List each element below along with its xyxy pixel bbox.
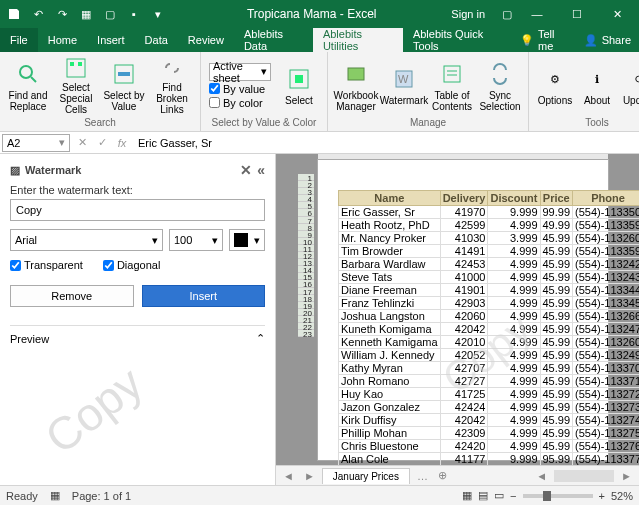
tab-nav-more[interactable]: … [414, 470, 431, 482]
chevron-down-icon: ▾ [254, 234, 260, 247]
table-row[interactable]: Franz Tehlinzki429034.99945.99(554)-1133… [339, 297, 640, 310]
cancel-formula-icon[interactable]: ✕ [72, 134, 92, 152]
table-row[interactable]: Mr. Nancy Proker410303.99945.99(554)-113… [339, 232, 640, 245]
share-icon: 👤 [584, 34, 598, 47]
options-button[interactable]: ⚙Options [535, 57, 575, 115]
view-break-icon[interactable]: ▭ [494, 489, 504, 502]
color-dropdown[interactable]: ▾ [229, 229, 265, 251]
menu-ablebits-quick[interactable]: Ablebits Quick Tools [403, 28, 512, 52]
table-row[interactable]: Alan Cole411779.99995.99(554)-113377 [339, 453, 640, 466]
table-row[interactable]: Huy Kao417254.99945.99(554)-113272 [339, 388, 640, 401]
view-layout-icon[interactable]: ▤ [478, 489, 488, 502]
col-header[interactable]: Delivery [440, 191, 488, 206]
font-dropdown[interactable]: Arial▾ [10, 229, 163, 251]
find-broken-links-button[interactable]: Find Broken Links [150, 57, 194, 115]
col-header[interactable]: Phone [573, 191, 639, 206]
status-bar: Ready ▦ Page: 1 of 1 ▦ ▤ ▭ − + 52% [0, 485, 639, 505]
preview-section-toggle[interactable]: Preview⌃ [10, 325, 265, 345]
tab-nav-prev[interactable]: ◄ [280, 470, 297, 482]
accept-formula-icon[interactable]: ✓ [92, 134, 112, 152]
about-button[interactable]: ℹAbout [579, 57, 615, 115]
sign-in-link[interactable]: Sign in [451, 8, 485, 20]
scope-dropdown[interactable]: Active sheet▾ [209, 63, 271, 81]
close-button[interactable]: ✕ [599, 0, 635, 28]
group-label-selvc: Select by Value & Color [207, 117, 321, 129]
update-button[interactable]: ⟳Update [619, 57, 639, 115]
menu-review[interactable]: Review [178, 28, 234, 52]
by-color-checkbox[interactable]: By color [209, 97, 271, 109]
table-row[interactable]: Heath Rootz, PhD425994.99949.99(554)-113… [339, 219, 640, 232]
sync-selection-button[interactable]: Sync Selection [478, 57, 522, 115]
table-row[interactable]: Barbara Wardlaw424534.99945.99(554)-1132… [339, 258, 640, 271]
add-sheet-button[interactable]: ⊕ [435, 469, 450, 482]
menu-ablebits-data[interactable]: Ablebits Data [234, 28, 313, 52]
quick-icon-3[interactable]: ▪ [126, 6, 142, 22]
svg-text:W: W [398, 73, 409, 85]
table-row[interactable]: Tim Browder414914.99945.99(554)-113359 [339, 245, 640, 258]
watermark-button[interactable]: WWatermark [382, 57, 426, 115]
remove-button[interactable]: Remove [10, 285, 134, 307]
menu-file[interactable]: File [0, 28, 38, 52]
svg-rect-3 [70, 62, 74, 66]
find-replace-button[interactable]: Find and Replace [6, 57, 50, 115]
h-scrollbar[interactable] [554, 470, 614, 482]
zoom-out-button[interactable]: − [510, 490, 516, 502]
redo-icon[interactable]: ↷ [54, 6, 70, 22]
row-headers[interactable]: 1234567891011121314151617181920212223 [298, 174, 314, 337]
scroll-left[interactable]: ◄ [533, 470, 550, 482]
zoom-level[interactable]: 52% [611, 490, 633, 502]
undo-icon[interactable]: ↶ [30, 6, 46, 22]
share-button[interactable]: 👤Share [576, 28, 639, 52]
workbook-manager-button[interactable]: Workbook Manager [334, 57, 378, 115]
table-row[interactable]: Chris Bluestone424204.99945.99(554)-1132… [339, 440, 640, 453]
sheet-tab[interactable]: January Prices [322, 468, 410, 484]
save-icon[interactable] [6, 6, 22, 22]
menu-ablebits-utilities[interactable]: Ablebits Utilities [313, 28, 403, 52]
zoom-in-button[interactable]: + [599, 490, 605, 502]
tell-me[interactable]: 💡Tell me [512, 28, 576, 52]
ribbon-options-icon[interactable]: ▢ [499, 6, 515, 22]
formula-input[interactable]: Eric Gasser, Sr [132, 137, 639, 149]
table-row[interactable]: Kirk Duffisy420424.99945.99(554)-113274 [339, 414, 640, 427]
menu-insert[interactable]: Insert [87, 28, 135, 52]
watermark-text-input[interactable] [10, 199, 265, 221]
name-box[interactable]: A2▾ [2, 134, 70, 152]
select-by-value-button[interactable]: Select by Value [102, 57, 146, 115]
diagonal-checkbox[interactable]: Diagonal [103, 259, 160, 271]
macro-icon[interactable]: ▦ [50, 489, 60, 502]
view-normal-icon[interactable]: ▦ [462, 489, 472, 502]
minimize-button[interactable]: — [519, 0, 555, 28]
collapse-pane-icon[interactable]: « [257, 162, 265, 178]
fx-icon[interactable]: fx [112, 134, 132, 152]
tab-nav-next[interactable]: ► [301, 470, 318, 482]
zoom-slider[interactable] [523, 494, 593, 498]
select-special-button[interactable]: Select Special Cells [54, 57, 98, 115]
table-row[interactable]: Phillip Mohan423094.99945.99(554)-113275 [339, 427, 640, 440]
table-row[interactable]: Eric Gasser, Sr419709.99999.99(554)-1133… [339, 206, 640, 219]
table-row[interactable]: Jazon Gonzalez424244.99945.99(554)-11327… [339, 401, 640, 414]
insert-button[interactable]: Insert [142, 285, 266, 307]
quick-icon-2[interactable]: ▢ [102, 6, 118, 22]
chevron-down-icon[interactable]: ▾ [150, 6, 166, 22]
maximize-button[interactable]: ☐ [559, 0, 595, 28]
table-row[interactable]: Diane Freeman419014.99945.99(554)-113344 [339, 284, 640, 297]
by-value-checkbox[interactable]: By value [209, 83, 271, 95]
spreadsheet-area[interactable]: 1234567891011121314151617181920212223 AB… [276, 154, 639, 485]
scroll-right[interactable]: ► [618, 470, 635, 482]
table-row[interactable]: Steve Tats410004.99945.99(554)-113243 [339, 271, 640, 284]
svg-rect-9 [348, 68, 364, 80]
toc-button[interactable]: Table of Contents [430, 57, 474, 115]
select-button[interactable]: Select [277, 57, 321, 115]
close-pane-icon[interactable]: ✕ [240, 162, 252, 178]
menu-data[interactable]: Data [135, 28, 178, 52]
quick-icon[interactable]: ▦ [78, 6, 94, 22]
size-dropdown[interactable]: 100▾ [169, 229, 223, 251]
watermark-text-label: Enter the watermark text: [10, 184, 265, 196]
transparent-checkbox[interactable]: Transparent [10, 259, 83, 271]
col-header[interactable]: Name [339, 191, 441, 206]
ribbon: Find and Replace Select Special Cells Se… [0, 52, 639, 132]
menu-home[interactable]: Home [38, 28, 87, 52]
col-header[interactable]: Discount [488, 191, 540, 206]
title-bar: ↶ ↷ ▦ ▢ ▪ ▾ Tropicana Mama - Excel Sign … [0, 0, 639, 28]
col-header[interactable]: Price [540, 191, 573, 206]
